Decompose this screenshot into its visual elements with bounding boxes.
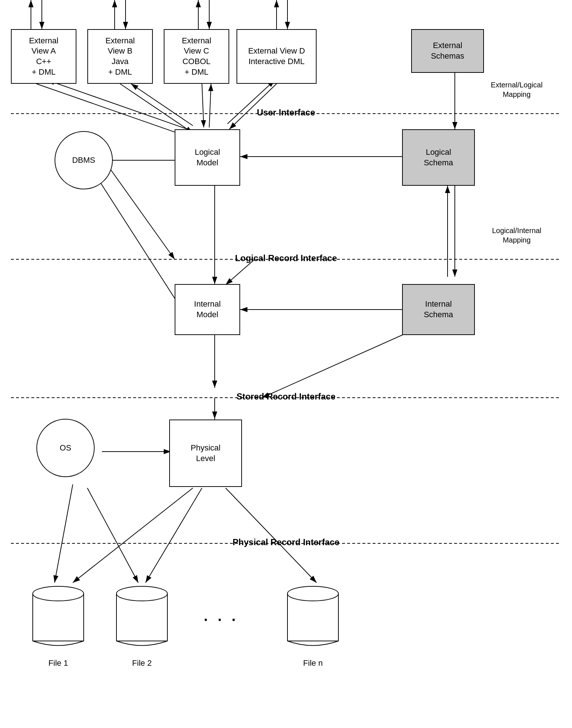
svg-line-31 xyxy=(100,182,182,310)
logical-model-label: Logical Model xyxy=(195,147,220,168)
external-schemas: External Schemas xyxy=(411,29,484,73)
logical-record-interface-label: Logical Record Interface xyxy=(235,253,337,263)
svg-line-14 xyxy=(36,84,193,138)
file-dots: · · · xyxy=(204,612,239,628)
svg-line-19 xyxy=(209,84,211,127)
logical-internal-mapping: Logical/Internal Mapping xyxy=(480,226,553,245)
svg-line-16 xyxy=(120,84,193,133)
svg-line-15 xyxy=(47,80,193,131)
physical-record-interface-label: Physical Record Interface xyxy=(233,537,339,547)
stored-record-interface-label: Stored Record Interface xyxy=(237,391,335,402)
filen-text: File n xyxy=(303,658,323,668)
svg-point-43 xyxy=(33,586,84,601)
svg-line-41 xyxy=(262,328,418,398)
svg-line-18 xyxy=(202,84,204,127)
logical-schema-label: Logical Schema xyxy=(424,147,453,168)
svg-line-17 xyxy=(131,84,193,126)
file1-cylinder xyxy=(29,583,87,656)
file2-label: File 2 xyxy=(132,658,152,668)
external-view-b: External View B Java + DML xyxy=(87,29,153,84)
svg-line-38 xyxy=(226,488,317,583)
filen-container: File n xyxy=(284,583,342,668)
os-circle: OS xyxy=(36,419,95,477)
external-logical-mapping-label: External/Logical Mapping xyxy=(491,81,543,98)
svg-point-47 xyxy=(287,586,338,601)
dbms-label: DBMS xyxy=(72,156,95,165)
external-view-c-label: External View C COBOL + DML xyxy=(182,36,211,77)
file2-text: File 2 xyxy=(132,658,152,668)
physical-level: Physical Level xyxy=(169,420,242,487)
internal-schema: Internal Schema xyxy=(402,284,475,335)
logical-model: Logical Model xyxy=(175,129,240,186)
svg-point-45 xyxy=(116,586,167,601)
dbms-circle: DBMS xyxy=(55,131,113,189)
external-view-c: External View C COBOL + DML xyxy=(164,29,229,84)
internal-schema-label: Internal Schema xyxy=(424,299,453,320)
file1-label: File 1 xyxy=(48,658,68,668)
external-view-b-label: External View B Java + DML xyxy=(106,36,135,77)
filen-cylinder xyxy=(284,583,342,656)
external-view-a: External View A C++ + DML xyxy=(11,29,76,84)
logical-schema: Logical Schema xyxy=(402,129,475,186)
svg-line-20 xyxy=(229,84,277,129)
file2-cylinder xyxy=(113,583,171,656)
user-interface-text: User Interface xyxy=(257,107,315,117)
file1-text: File 1 xyxy=(48,658,68,668)
os-label: OS xyxy=(60,443,71,453)
svg-line-34 xyxy=(55,484,73,583)
stored-record-interface-text: Stored Record Interface xyxy=(237,391,335,401)
file1-container: File 1 xyxy=(29,583,87,668)
svg-line-32 xyxy=(109,168,175,259)
internal-model: Internal Model xyxy=(175,284,240,335)
logical-internal-mapping-label: Logical/Internal Mapping xyxy=(492,227,541,244)
user-interface-label: User Interface xyxy=(257,107,315,118)
external-view-d: External View D Interactive DML xyxy=(237,29,317,84)
external-view-a-label: External View A C++ + DML xyxy=(29,36,59,77)
diagram-container: External View A C++ + DML External View … xyxy=(0,0,572,728)
svg-line-36 xyxy=(73,488,193,583)
external-logical-mapping: External/Logical Mapping xyxy=(480,80,553,99)
physical-record-interface-text: Physical Record Interface xyxy=(233,537,339,547)
file2-container: File 2 xyxy=(113,583,171,668)
external-view-d-label: External View D Interactive DML xyxy=(248,46,305,67)
internal-model-label: Internal Model xyxy=(194,299,221,320)
filen-label: File n xyxy=(303,658,323,668)
external-schemas-label: External Schemas xyxy=(431,40,464,61)
svg-line-37 xyxy=(146,488,202,583)
dots-text: · · · xyxy=(204,612,239,628)
svg-line-35 xyxy=(87,488,138,583)
logical-record-interface-text: Logical Record Interface xyxy=(235,253,337,263)
physical-level-label: Physical Level xyxy=(191,443,221,464)
